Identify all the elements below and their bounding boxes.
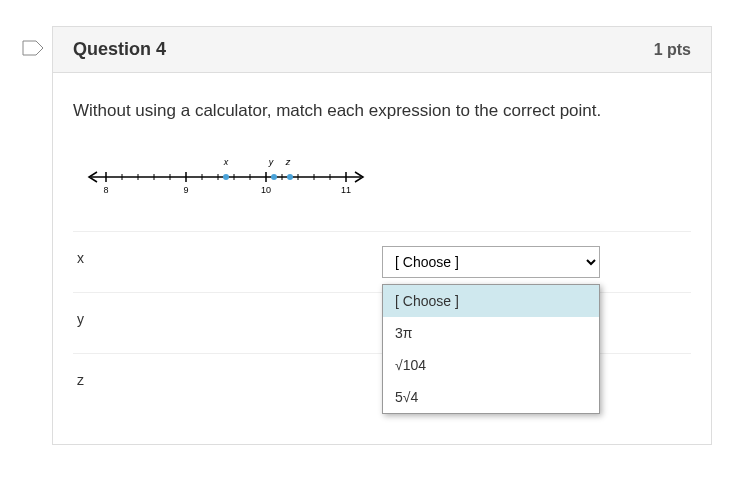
tick-11: 11 [341, 185, 351, 195]
dropdown-option-3pi[interactable]: 3π [383, 317, 599, 349]
point-label-y: y [268, 157, 274, 167]
select-container-x: [ Choose ] [ Choose ] 3π √104 5√4 [382, 246, 687, 278]
number-line-image: 8 9 10 11 x y z [81, 149, 371, 197]
prompt-text: Without using a calculator, match each e… [73, 101, 691, 121]
dropdown-panel: [ Choose ] 3π √104 5√4 [382, 284, 600, 414]
dropdown-option-sqrt104[interactable]: √104 [383, 349, 599, 381]
point-label-x: x [223, 157, 229, 167]
tick-8: 8 [103, 185, 108, 195]
match-row-x: x [ Choose ] [ Choose ] 3π √104 5√4 [73, 231, 691, 292]
match-table: x [ Choose ] [ Choose ] 3π √104 5√4 y [73, 231, 691, 414]
question-points: 1 pts [654, 41, 691, 59]
question-title: Question 4 [73, 39, 166, 60]
svg-point-20 [287, 174, 293, 180]
dropdown-option-5sqrt4[interactable]: 5√4 [383, 381, 599, 413]
select-x[interactable]: [ Choose ] [382, 246, 600, 278]
tick-10: 10 [261, 185, 271, 195]
point-label-z: z [285, 157, 291, 167]
tick-9: 9 [183, 185, 188, 195]
svg-marker-0 [23, 41, 43, 55]
question-card: Question 4 1 pts Without using a calcula… [52, 26, 712, 445]
match-label-x: x [77, 246, 382, 266]
tag-icon [22, 40, 44, 56]
match-label-z: z [77, 368, 382, 388]
dropdown-option-choose[interactable]: [ Choose ] [383, 285, 599, 317]
question-header: Question 4 1 pts [53, 27, 711, 73]
svg-point-19 [271, 174, 277, 180]
match-label-y: y [77, 307, 382, 327]
svg-point-18 [223, 174, 229, 180]
question-body: Without using a calculator, match each e… [53, 73, 711, 444]
